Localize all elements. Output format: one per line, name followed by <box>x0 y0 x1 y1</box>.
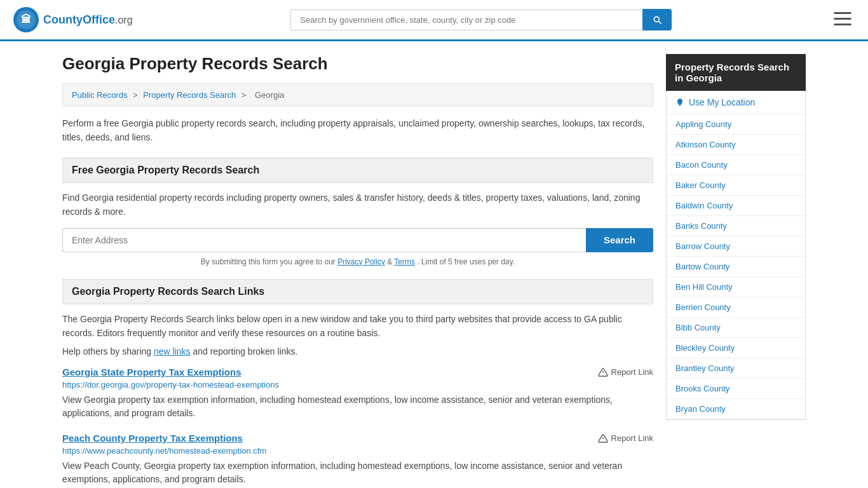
breadcrumb-property-records-search[interactable]: Property Records Search <box>143 90 236 100</box>
sidebar-county-10[interactable]: Bibb County <box>667 318 805 338</box>
breadcrumb-georgia: Georgia <box>255 90 284 100</box>
report-link-btn-1[interactable]: Report Link <box>598 367 653 377</box>
address-search-row: Search <box>62 228 653 252</box>
logo-text: CountyOffice.org <box>43 13 133 27</box>
breadcrumb: Public Records > Property Records Search… <box>62 83 653 107</box>
sidebar-county-8[interactable]: Ben Hill County <box>667 277 805 297</box>
sidebar-county-2[interactable]: Bacon County <box>667 155 805 175</box>
county-list: Appling CountyAtkinson CountyBacon Count… <box>667 114 805 419</box>
header: 🏛 CountyOffice.org <box>0 0 868 41</box>
sidebar-county-6[interactable]: Barrow County <box>667 236 805 257</box>
sidebar-county-7[interactable]: Bartow County <box>667 257 805 277</box>
link-item-2-header: Peach County Property Tax Exemptions Rep… <box>62 433 653 444</box>
links-section: Georgia Property Records Search Links Th… <box>62 279 653 487</box>
new-links-link[interactable]: new links <box>154 346 191 356</box>
report-icon-2 <box>598 433 608 444</box>
free-search-header: Free Georgia Property Records Search <box>62 158 653 183</box>
search-icon <box>652 15 662 25</box>
links-intro: The Georgia Property Records Search link… <box>62 312 653 341</box>
breadcrumb-sep-1: > <box>133 90 140 100</box>
sidebar-county-5[interactable]: Banks County <box>667 216 805 236</box>
breadcrumb-sep-2: > <box>241 90 248 100</box>
link-item-1: Georgia State Property Tax Exemptions Re… <box>62 367 653 420</box>
form-disclaimer: By submitting this form you agree to our… <box>62 257 653 266</box>
logo-icon: 🏛 <box>13 6 39 33</box>
sidebar: Property Records Search in Georgia Use M… <box>666 54 806 488</box>
sidebar-county-1[interactable]: Atkinson County <box>667 135 805 155</box>
svg-text:🏛: 🏛 <box>21 13 31 25</box>
header-search-area <box>290 9 672 30</box>
link-item-2: Peach County Property Tax Exemptions Rep… <box>62 433 653 486</box>
link-url-1[interactable]: https://dor.georgia.gov/property-tax-hom… <box>62 380 653 390</box>
sidebar-county-9[interactable]: Berrien County <box>667 297 805 318</box>
link-url-2[interactable]: https://www.peachcounty.net/homestead-ex… <box>62 446 653 456</box>
logo-area: 🏛 CountyOffice.org <box>13 6 133 33</box>
sidebar-county-11[interactable]: Bleckley County <box>667 338 805 358</box>
links-header: Georgia Property Records Search Links <box>62 279 653 304</box>
svg-rect-4 <box>834 18 851 20</box>
report-icon-1 <box>598 367 608 377</box>
address-input[interactable] <box>62 228 586 252</box>
link-desc-2: View Peach County, Georgia property tax … <box>62 459 653 486</box>
hamburger-icon <box>834 12 851 26</box>
header-search-input[interactable] <box>290 10 642 30</box>
search-section: Free Georgia Property Records Search Fin… <box>62 158 653 266</box>
link-title-2[interactable]: Peach County Property Tax Exemptions <box>62 433 243 444</box>
sidebar-county-4[interactable]: Baldwin County <box>667 196 805 216</box>
link-title-1[interactable]: Georgia State Property Tax Exemptions <box>62 367 241 377</box>
sidebar-content: Use My Location Appling CountyAtkinson C… <box>666 91 806 420</box>
search-button[interactable]: Search <box>586 228 653 252</box>
svg-rect-3 <box>834 12 851 14</box>
use-my-location-button[interactable]: Use My Location <box>667 91 805 114</box>
sidebar-title: Property Records Search in Georgia <box>666 54 806 91</box>
privacy-policy-link[interactable]: Privacy Policy <box>337 257 385 266</box>
content-area: Georgia Property Records Search Public R… <box>62 54 653 488</box>
svg-rect-5 <box>834 24 851 25</box>
sidebar-county-0[interactable]: Appling County <box>667 114 805 135</box>
terms-link[interactable]: Terms <box>394 257 415 266</box>
breadcrumb-public-records[interactable]: Public Records <box>72 90 127 100</box>
links-share-text: Help others by sharing new links and rep… <box>62 346 653 356</box>
location-pin-icon <box>675 98 684 107</box>
hamburger-button[interactable] <box>830 8 855 32</box>
search-desc: Find Georgia residential property record… <box>62 191 653 219</box>
sidebar-county-13[interactable]: Brooks County <box>667 379 805 399</box>
report-link-btn-2[interactable]: Report Link <box>598 433 653 444</box>
link-desc-1: View Georgia property tax exemption info… <box>62 393 653 420</box>
sidebar-county-12[interactable]: Brantley County <box>667 358 805 379</box>
sidebar-county-14[interactable]: Bryan County <box>667 399 805 419</box>
link-item-1-header: Georgia State Property Tax Exemptions Re… <box>62 367 653 377</box>
page-title: Georgia Property Records Search <box>62 54 653 74</box>
description-text: Perform a free Georgia public property r… <box>62 116 653 145</box>
header-search-button[interactable] <box>642 9 672 30</box>
sidebar-county-3[interactable]: Baker County <box>667 175 805 196</box>
main-layout: Georgia Property Records Search Public R… <box>53 41 815 488</box>
